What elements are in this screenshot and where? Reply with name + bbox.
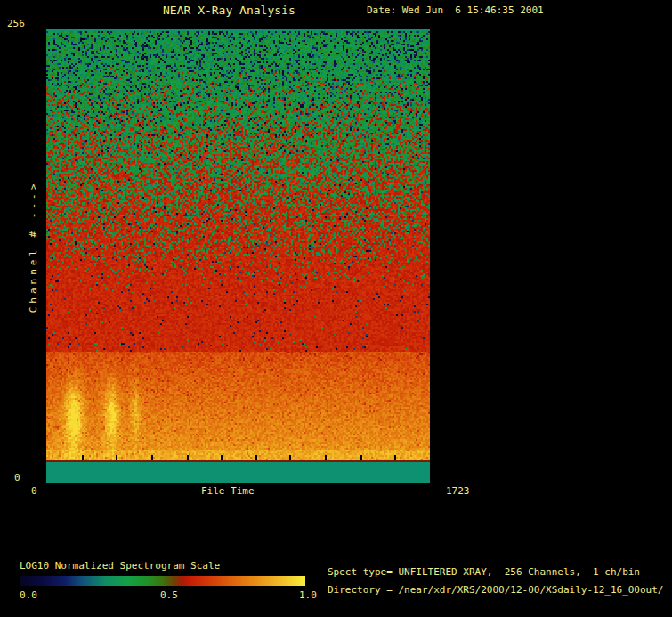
spectrogram-canvas [46, 29, 430, 483]
date-label: Date: Wed Jun 6 15:46:35 2001 [367, 5, 544, 17]
directory-line: Directory = /near/xdr/XRS/2000/12-00/XSd… [328, 585, 664, 597]
x-axis-label: File Time [201, 486, 255, 498]
y-axis-label: Channel # ---> [28, 175, 40, 318]
y-axis-max-tick: 256 [7, 19, 25, 30]
colorbar-tick-mid: 0.5 [160, 590, 178, 602]
colorbar-tick-left: 0.0 [20, 590, 37, 602]
y-axis-min-tick: 0 [14, 473, 20, 484]
colorbar-gradient [20, 576, 305, 586]
spect-type-line: Spect type= UNFILTERED XRAY, 256 Channel… [328, 567, 640, 579]
x-axis-max-tick: 1723 [446, 486, 470, 498]
page-title: NEAR X-Ray Analysis [163, 4, 296, 18]
app-window: NEAR X-Ray Analysis Date: Wed Jun 6 15:4… [0, 0, 672, 617]
colorbar-tick-right: 1.0 [299, 590, 317, 602]
x-axis-min-tick: 0 [31, 486, 37, 498]
colorbar-title: LOG10 Normalized Spectrogram Scale [20, 561, 220, 572]
